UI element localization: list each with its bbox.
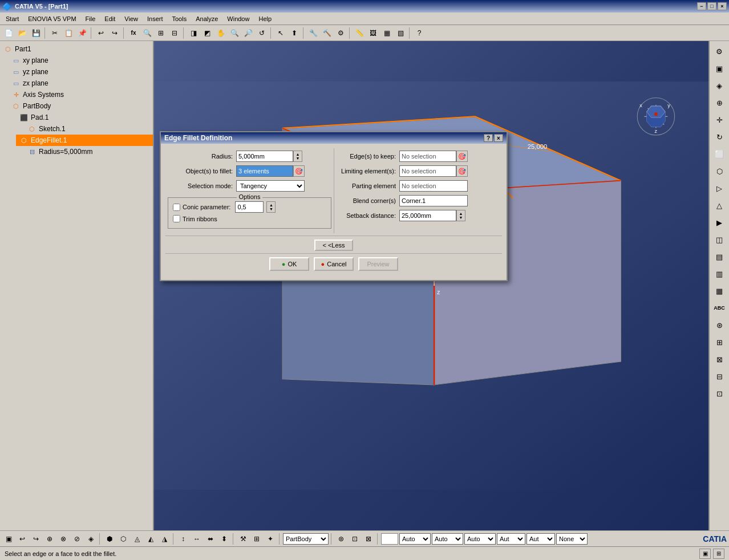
rt-right[interactable]: ▶ (711, 214, 727, 230)
tb-help[interactable]: ? (413, 27, 426, 39)
rt-misc1[interactable]: ◫ (711, 232, 727, 247)
tb-zoom-out[interactable]: 🔎 (242, 27, 254, 39)
cancel-button[interactable]: ● Cancel (314, 257, 354, 271)
aut-select1[interactable]: Aut (497, 533, 525, 545)
aut-select2[interactable]: Aut (526, 533, 555, 545)
bt-btn20[interactable]: ⊛ (335, 533, 347, 545)
color-swatch[interactable] (381, 533, 398, 545)
menu-window[interactable]: Window (222, 14, 254, 23)
bt-btn11[interactable]: ◭ (144, 533, 157, 545)
parting-elem-input[interactable] (399, 180, 468, 192)
tb-tools2[interactable]: 🔨 (321, 27, 333, 39)
rt-misc3[interactable]: ▥ (711, 266, 727, 282)
preview-button[interactable]: Preview (358, 257, 398, 271)
bt-btn2[interactable]: ↩ (16, 533, 29, 545)
close-button[interactable]: × (718, 2, 727, 10)
rt-fit[interactable]: ⬜ (711, 146, 727, 162)
tb-open[interactable]: 📂 (16, 27, 29, 39)
tb-misc2[interactable]: ▧ (394, 27, 407, 39)
rt-misc6[interactable]: ⊛ (711, 317, 727, 333)
status-btn1[interactable]: ▣ (699, 549, 711, 559)
auto-select1[interactable]: Auto (399, 533, 431, 545)
bt-btn18[interactable]: ⊞ (250, 533, 263, 545)
rt-front[interactable]: ▷ (711, 180, 727, 196)
tree-edgefillet1[interactable]: ⬡ EdgeFillet.1 (16, 135, 153, 146)
limiting-select-btn[interactable]: 🎯 (456, 165, 468, 177)
dialog-help-button[interactable]: ? (484, 134, 493, 142)
rt-misc8[interactable]: ⊠ (711, 351, 727, 367)
tb-misc1[interactable]: ▦ (380, 27, 393, 39)
rt-view2[interactable]: ◈ (711, 78, 727, 94)
menu-tools[interactable]: Tools (167, 14, 191, 23)
tb-formula[interactable]: fx (127, 27, 140, 39)
setback-spin[interactable]: ▲▼ (456, 210, 465, 221)
bt-btn3[interactable]: ↪ (30, 533, 42, 545)
partbody-select[interactable]: PartBody (283, 533, 329, 545)
conic-value[interactable] (235, 201, 264, 213)
conic-spin[interactable]: ▲▼ (266, 201, 276, 213)
tb-paste[interactable]: 📌 (76, 27, 88, 39)
edges-select-btn[interactable]: 🎯 (456, 151, 468, 162)
edges-input[interactable] (399, 151, 456, 162)
tb-save[interactable]: 💾 (30, 27, 42, 39)
bt-btn6[interactable]: ⊘ (71, 533, 83, 545)
rt-misc5[interactable]: ABC (711, 300, 727, 316)
tb-zoom-in[interactable]: 🔍 (228, 27, 241, 39)
maximize-button[interactable]: □ (707, 2, 716, 10)
rt-pan[interactable]: ✛ (711, 112, 727, 128)
menu-enovia[interactable]: ENOVIA V5 VPM (23, 14, 80, 23)
tb-undo[interactable]: ↩ (95, 27, 107, 39)
bt-btn5[interactable]: ⊗ (57, 533, 70, 545)
rt-misc10[interactable]: ⊡ (711, 385, 727, 401)
tree-xy-plane[interactable]: ▭ xy plane (8, 55, 153, 66)
radius-spinup[interactable]: ▲▼ (293, 151, 302, 162)
objects-input[interactable] (236, 165, 293, 177)
bt-btn7[interactable]: ◈ (84, 533, 97, 545)
ok-button[interactable]: ● OK (269, 257, 309, 271)
bt-btn4[interactable]: ⊕ (43, 533, 56, 545)
radius-input[interactable] (236, 151, 293, 162)
auto-select3[interactable]: Auto (464, 533, 496, 545)
blend-corners-input[interactable] (399, 195, 468, 206)
tb-view1[interactable]: ◨ (187, 27, 200, 39)
rt-isoview[interactable]: ⬡ (711, 163, 727, 179)
none-select[interactable]: None (556, 533, 588, 545)
tb-pointer[interactable]: ⬆ (288, 27, 301, 39)
menu-help[interactable]: Help (254, 14, 276, 23)
rt-settings[interactable]: ⚙ (711, 43, 727, 59)
tb-rotate[interactable]: ↺ (256, 27, 268, 39)
tree-yz-plane[interactable]: ▭ yz plane (8, 66, 153, 78)
rt-rotate[interactable]: ↻ (711, 129, 727, 145)
tb-view2[interactable]: ◩ (201, 27, 213, 39)
tb-search[interactable]: 🔍 (141, 27, 153, 39)
menu-analyze[interactable]: Analyze (191, 14, 222, 23)
tree-radius-param[interactable]: ⊟ Radius=5,000mm (24, 146, 153, 157)
dialog-close-button[interactable]: × (494, 134, 503, 142)
menu-start[interactable]: Start (1, 14, 23, 23)
tb-cut[interactable]: ✂ (48, 27, 61, 39)
tb-new[interactable]: 📄 (2, 27, 15, 39)
bt-btn22[interactable]: ⊠ (362, 533, 375, 545)
menu-view[interactable]: View (120, 14, 143, 23)
tree-axis-systems[interactable]: ✛ Axis Systems (8, 89, 153, 100)
tb-tools1[interactable]: 🔧 (307, 27, 319, 39)
tree-part1[interactable]: ⬡ Part1 (0, 43, 153, 55)
bt-btn12[interactable]: ◮ (158, 533, 171, 545)
bt-btn9[interactable]: ⬡ (117, 533, 129, 545)
tree-partbody[interactable]: ⬡ PartBody (8, 100, 153, 112)
tb-copy[interactable]: 📋 (62, 27, 75, 39)
bt-btn15[interactable]: ⬌ (204, 533, 217, 545)
bt-btn13[interactable]: ↕ (177, 533, 189, 545)
trim-ribbons-checkbox[interactable] (173, 215, 180, 222)
tb-pan[interactable]: ✋ (214, 27, 227, 39)
bt-btn10[interactable]: ◬ (131, 533, 143, 545)
menu-edit[interactable]: Edit (100, 14, 120, 23)
tb-select[interactable]: ↖ (274, 27, 287, 39)
bt-btn14[interactable]: ↔ (191, 533, 203, 545)
limiting-input[interactable] (399, 165, 456, 177)
tb-measure[interactable]: 📏 (353, 27, 366, 39)
setback-input[interactable] (399, 210, 456, 221)
tree-sketch1[interactable]: ⬡ Sketch.1 (24, 123, 153, 135)
objects-select-btn[interactable]: 🎯 (293, 165, 305, 177)
rt-top[interactable]: △ (711, 197, 727, 213)
